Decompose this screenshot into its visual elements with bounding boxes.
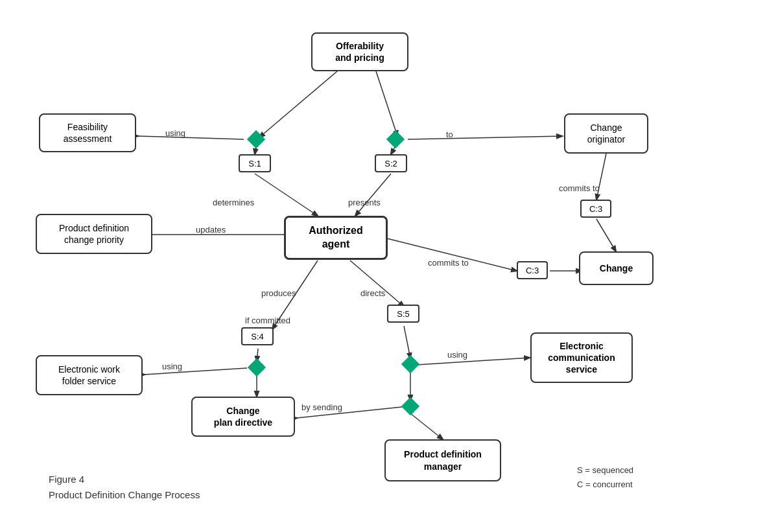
label-if-committed: if committed	[245, 316, 290, 325]
diamond-s4	[248, 358, 266, 376]
label-directs: directs	[360, 288, 385, 298]
label-updates: updates	[196, 225, 226, 235]
svg-line-4	[138, 136, 244, 139]
electronic-comm-node: Electroniccommunicationservice	[530, 332, 633, 383]
diamond-s5	[401, 355, 419, 373]
figure-caption-line2: Product Definition Change Process	[49, 487, 200, 503]
svg-line-0	[259, 71, 337, 137]
svg-line-19	[417, 358, 530, 365]
s4-box: S:4	[241, 327, 274, 345]
label-commits-to-top: commits to	[559, 183, 600, 193]
diamond-s1	[247, 130, 265, 148]
label-using-s4: using	[162, 362, 182, 371]
label-determines: determines	[213, 198, 254, 207]
c3-top-box: C:3	[580, 200, 611, 218]
label-presents: presents	[348, 198, 381, 207]
change-node: Change	[579, 251, 654, 285]
svg-line-22	[410, 413, 443, 439]
s2-box: S:2	[375, 154, 407, 172]
figure-caption-line1: Figure 4	[49, 472, 200, 487]
label-using-left: using	[165, 128, 185, 138]
electronic-work-node: Electronic workfolder service	[36, 355, 143, 395]
change-plan-node: Changeplan directive	[191, 397, 295, 437]
legend-line1: S = sequenced	[577, 463, 633, 478]
change-originator-node: Changeoriginator	[564, 113, 648, 154]
diamond-s2	[386, 130, 405, 148]
svg-line-5	[408, 136, 562, 139]
feasibility-node: Feasibilityassessment	[39, 113, 136, 152]
diagram-container: Offerability and pricing Feasibilityasse…	[0, 0, 778, 532]
svg-line-1	[376, 71, 397, 136]
label-commits-to-mid: commits to	[428, 258, 469, 268]
legend-line2: C = concurrent	[577, 478, 633, 492]
legend: S = sequenced C = concurrent	[577, 463, 633, 492]
offerability-node: Offerability and pricing	[311, 32, 408, 71]
diamond-send	[401, 397, 419, 415]
label-to-right: to	[446, 130, 453, 139]
product-def-change-node: Product definitionchange priority	[36, 214, 152, 254]
s1-box: S:1	[239, 154, 271, 172]
figure-caption: Figure 4 Product Definition Change Proce…	[49, 472, 200, 503]
svg-line-7	[355, 174, 391, 216]
product-def-mgr-node: Product definitionmanager	[384, 439, 501, 481]
label-by-sending: by sending	[301, 402, 342, 412]
label-produces: produces	[261, 288, 296, 298]
label-using-comm: using	[447, 350, 467, 360]
svg-line-10	[596, 219, 616, 251]
svg-line-16	[145, 368, 247, 375]
authorized-agent-node: Authorizedagent	[284, 216, 388, 260]
svg-line-18	[404, 326, 410, 358]
s5-box: S:5	[387, 305, 419, 323]
svg-line-6	[255, 174, 318, 216]
c3-mid-box: C:3	[517, 261, 548, 279]
svg-line-14	[350, 260, 404, 306]
